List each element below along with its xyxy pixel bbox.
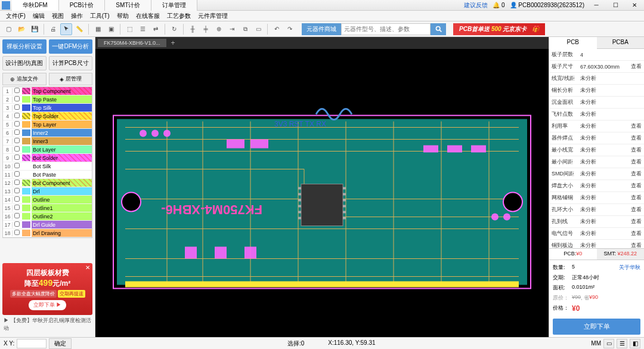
ad-banner[interactable]: ✕ 四层板板材费 降至499元/m² 多款全盘大幅度降价交期再提速 立即下单 ▶	[2, 263, 92, 315]
tool1-icon[interactable]: ▦	[92, 23, 104, 35]
menu-item-0[interactable]: 文件(F)	[2, 12, 29, 20]
view-link[interactable]: 查看	[631, 242, 642, 248]
layer-checkbox[interactable]	[14, 121, 20, 126]
view-link[interactable]: 查看	[631, 122, 642, 130]
layer-row[interactable]: 8Bot Layer	[3, 146, 92, 154]
view-link[interactable]: 查看	[631, 63, 642, 70]
layer-row[interactable]: 17Drl Guide	[3, 221, 92, 229]
print-icon[interactable]: 🖨	[47, 23, 59, 35]
layer-checkbox[interactable]	[14, 196, 20, 202]
calc-size-button[interactable]: 计算PCB尺寸	[49, 56, 93, 70]
pcb-viewport[interactable]: FK750M4-XBH6- 3V3 RST TX RX	[95, 49, 549, 337]
view-link[interactable]: 查看	[631, 230, 642, 237]
view-link[interactable]: 查看	[631, 134, 642, 142]
menu-item-8[interactable]: 元件库管理	[194, 12, 231, 20]
title-tab-order[interactable]: 订单管理	[151, 0, 197, 11]
layer-checkbox[interactable]	[14, 155, 20, 160]
undo-icon[interactable]: ↶	[271, 23, 283, 35]
design-sim-button[interactable]: 设计图/仿真图	[2, 56, 47, 70]
menu-item-6[interactable]: 在线客服	[132, 12, 163, 20]
maximize-button[interactable]: ☐	[608, 1, 623, 10]
layer-row[interactable]: 3Top Silk	[3, 104, 92, 112]
title-tab-dfm[interactable]: 华秋DFM	[12, 0, 59, 11]
layer-row[interactable]: 6Inner2	[3, 129, 92, 137]
layer-checkbox[interactable]	[14, 129, 20, 135]
tool2-icon[interactable]: ▣	[105, 23, 117, 35]
notification-icon[interactable]: 🔔 0	[493, 2, 504, 8]
add-tab-button[interactable]: +	[166, 39, 180, 47]
layer-row[interactable]: 14Outline	[3, 196, 92, 204]
layer-checkbox[interactable]	[14, 104, 20, 110]
xy-input[interactable]	[17, 339, 47, 348]
layer-row[interactable]: 18Drl Drawing	[3, 229, 92, 237]
layer-checkbox[interactable]	[14, 96, 20, 101]
view-link[interactable]: 查看	[631, 170, 642, 178]
view-link[interactable]: 查看	[631, 194, 642, 202]
promo-banner[interactable]: PCB首单送 500 元京东卡 🎁	[453, 23, 545, 35]
view-link[interactable]: 查看	[631, 146, 642, 154]
layer-checkbox[interactable]	[14, 146, 20, 152]
close-button[interactable]: ✕	[627, 1, 642, 10]
layer-checkbox[interactable]	[14, 213, 20, 218]
price-tab-smt[interactable]: SMT: ¥248.22	[597, 249, 645, 260]
dfm-analysis-button[interactable]: 一键DFM分析	[49, 39, 93, 54]
layer-row[interactable]: 4Top Solder	[3, 112, 92, 121]
layer-checkbox[interactable]	[14, 230, 20, 235]
redo-icon[interactable]: ↷	[284, 23, 296, 35]
view-link[interactable]: 查看	[631, 218, 642, 226]
status-btn2[interactable]: ☰	[617, 339, 627, 348]
menu-item-5[interactable]: 帮助	[113, 12, 132, 20]
layer-checkbox[interactable]	[14, 221, 20, 227]
tool3-icon[interactable]: ⬚	[123, 23, 135, 35]
open-icon[interactable]: 📂	[16, 23, 27, 35]
layer-checkbox[interactable]	[14, 171, 20, 177]
snap4-icon[interactable]: ⇥	[226, 23, 238, 35]
view-link[interactable]: 查看	[631, 182, 642, 190]
layer-checkbox[interactable]	[14, 113, 20, 118]
canvas-tab[interactable]: FK750M4-XBH6-V1.0...	[98, 39, 166, 47]
layer-row[interactable]: 13Drl	[3, 187, 92, 196]
status-btn3[interactable]: ◧	[630, 339, 640, 348]
share-icon[interactable]: ⇄	[150, 23, 162, 35]
tab-pcb[interactable]: PCB	[549, 37, 597, 49]
layer-row[interactable]: 10Bot Silk	[3, 162, 92, 171]
tool4-icon[interactable]: ☰	[137, 23, 148, 35]
layer-row[interactable]: 7Inner3	[3, 137, 92, 146]
title-tab-pcb[interactable]: PCB计价	[59, 0, 106, 11]
layer-row[interactable]: 2Top Paste	[3, 95, 92, 104]
layer-checkbox[interactable]	[14, 188, 20, 193]
order-now-button[interactable]: 立即下单	[553, 319, 640, 335]
layer-row[interactable]: 11Bot Paste	[3, 171, 92, 179]
layer-checkbox[interactable]	[14, 205, 20, 210]
menu-item-1[interactable]: 编辑	[29, 12, 48, 20]
title-tab-smt[interactable]: SMT计价	[105, 0, 151, 11]
layer-checkbox[interactable]	[14, 163, 20, 168]
menu-item-3[interactable]: 操作	[67, 12, 86, 20]
layer-row[interactable]: 16Outline2	[3, 212, 92, 221]
minimize-button[interactable]: ─	[589, 1, 603, 10]
price-tab-pcb[interactable]: PCB:¥0	[549, 249, 597, 260]
view-link[interactable]: 查看	[631, 206, 642, 214]
save-icon[interactable]: 💾	[29, 23, 41, 35]
rotate-icon[interactable]: ↻	[168, 23, 180, 35]
layer-row[interactable]: 9Bot Solder	[3, 154, 92, 162]
layer-checkbox[interactable]	[14, 138, 20, 143]
menu-item-7[interactable]: 工艺参数	[163, 12, 194, 20]
about-link[interactable]: 关于华秋	[619, 264, 640, 271]
snap1-icon[interactable]: ╫	[187, 23, 199, 35]
feedback-link[interactable]: 建议反馈	[464, 1, 488, 10]
ad-order-button[interactable]: 立即下单 ▶	[29, 300, 67, 310]
menu-item-4[interactable]: 工具(T)	[86, 12, 113, 20]
layer-row[interactable]: 1Top Component	[3, 87, 92, 95]
snap2-icon[interactable]: ╪	[200, 23, 212, 35]
layer-row[interactable]: 5Top Layer	[3, 121, 92, 129]
layer-row[interactable]: 12Bot Component	[3, 179, 92, 187]
new-icon[interactable]: ▢	[2, 23, 14, 35]
search-button[interactable]	[431, 23, 446, 35]
layer-checkbox[interactable]	[14, 88, 20, 93]
pointer-icon[interactable]	[60, 23, 72, 35]
ad-note[interactable]: ▶ 【免费】华秋开启孔铜厚度检测活动	[2, 317, 92, 332]
component-search-input[interactable]	[341, 23, 431, 35]
view-link[interactable]: 查看	[631, 158, 642, 166]
layer-row[interactable]: 15Outline1	[3, 204, 92, 212]
